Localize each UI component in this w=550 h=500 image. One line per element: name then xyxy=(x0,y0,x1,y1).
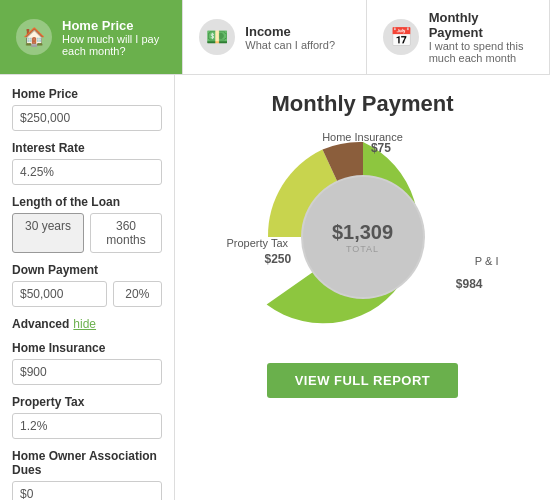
pi-label-text: P & I xyxy=(475,255,499,267)
tab-home-price-title: Home Price xyxy=(62,18,166,33)
down-payment-label: Down Payment xyxy=(12,263,162,277)
home-insurance-group: Home Insurance xyxy=(12,341,162,385)
home-insurance-input[interactable] xyxy=(12,359,162,385)
property-tax-value: $250 xyxy=(265,252,292,266)
hide-link[interactable]: hide xyxy=(73,317,96,331)
interest-rate-group: Interest Rate xyxy=(12,141,162,185)
loan-years-button[interactable]: 30 years xyxy=(12,213,84,253)
hoa-group: Home Owner Association Dues xyxy=(12,449,162,500)
right-panel: Monthly Payment xyxy=(175,75,550,500)
view-full-report-button[interactable]: VIEW FULL REPORT xyxy=(267,363,459,398)
interest-rate-label: Interest Rate xyxy=(12,141,162,155)
interest-rate-input[interactable] xyxy=(12,159,162,185)
home-icon: 🏠 xyxy=(16,19,52,55)
down-payment-group: Down Payment xyxy=(12,263,162,307)
advanced-row: Advanced hide xyxy=(12,317,162,331)
property-tax-label: Property Tax xyxy=(12,395,162,409)
tab-home-price[interactable]: 🏠 Home Price How much will I pay each mo… xyxy=(0,0,183,74)
main-content: Home Price Interest Rate Length of the L… xyxy=(0,75,550,500)
pi-value: $984 xyxy=(456,277,483,291)
loan-length-group: Length of the Loan 30 years 360 months xyxy=(12,195,162,253)
property-tax-label-chart: Property Tax xyxy=(227,237,289,249)
down-payment-input[interactable] xyxy=(12,281,107,307)
tab-monthly-payment-subtitle: I want to spend this much each month xyxy=(429,40,533,64)
property-tax-group: Property Tax xyxy=(12,395,162,439)
tab-income-text: Income What can I afford? xyxy=(245,24,335,51)
home-insurance-value: $75 xyxy=(371,141,391,155)
chart-total-amount: $1,309 xyxy=(332,221,393,244)
chart-area: $1,309 TOTAL P & I $984 Property Tax $25… xyxy=(223,127,503,347)
left-panel: Home Price Interest Rate Length of the L… xyxy=(0,75,175,500)
loan-length-row: 30 years 360 months xyxy=(12,213,162,253)
hoa-input[interactable] xyxy=(12,481,162,500)
property-tax-label-text: Property Tax xyxy=(227,237,289,249)
tab-monthly-payment[interactable]: 📅 Monthly Payment I want to spend this m… xyxy=(367,0,550,74)
home-price-label: Home Price xyxy=(12,87,162,101)
tab-monthly-payment-text: Monthly Payment I want to spend this muc… xyxy=(429,10,533,64)
home-price-group: Home Price xyxy=(12,87,162,131)
header: 🏠 Home Price How much will I pay each mo… xyxy=(0,0,550,75)
tab-home-price-subtitle: How much will I pay each month? xyxy=(62,33,166,57)
tab-income[interactable]: 💵 Income What can I afford? xyxy=(183,0,366,74)
chart-title: Monthly Payment xyxy=(271,91,453,117)
tab-income-title: Income xyxy=(245,24,335,39)
home-insurance-label: Home Insurance xyxy=(12,341,162,355)
chart-center: $1,309 TOTAL xyxy=(332,221,393,254)
pi-label: P & I xyxy=(475,255,499,267)
loan-months-button[interactable]: 360 months xyxy=(90,213,162,253)
loan-length-label: Length of the Loan xyxy=(12,195,162,209)
tab-monthly-payment-title: Monthly Payment xyxy=(429,10,533,40)
down-payment-pct-input[interactable] xyxy=(113,281,162,307)
hoa-label: Home Owner Association Dues xyxy=(12,449,162,477)
property-tax-input[interactable] xyxy=(12,413,162,439)
tab-home-price-text: Home Price How much will I pay each mont… xyxy=(62,18,166,57)
calendar-icon: 📅 xyxy=(383,19,419,55)
tab-income-subtitle: What can I afford? xyxy=(245,39,335,51)
down-payment-row xyxy=(12,281,162,307)
chart-total-label: TOTAL xyxy=(332,244,393,254)
home-price-input[interactable] xyxy=(12,105,162,131)
income-icon: 💵 xyxy=(199,19,235,55)
advanced-label: Advanced xyxy=(12,317,69,331)
